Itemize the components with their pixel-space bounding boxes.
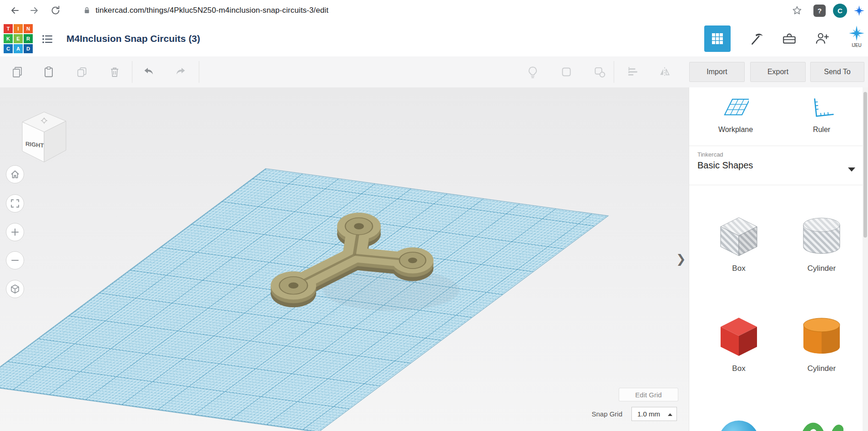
zoom-in-button[interactable] [6, 223, 24, 241]
logo-tile: I [14, 24, 23, 33]
orange-cylinder-icon [800, 314, 843, 358]
fit-view-icon [10, 198, 20, 209]
blocks-editor-button[interactable] [743, 25, 770, 52]
green-scribble-icon [800, 420, 843, 431]
design-properties-button[interactable] [40, 32, 55, 46]
toolbar-separator [132, 61, 132, 83]
show-hide-button[interactable] [525, 64, 540, 80]
logo-tile: D [24, 44, 33, 53]
browser-forward-button[interactable] [27, 3, 42, 18]
panel-collapse-chevron[interactable]: ❯ [676, 252, 686, 266]
ruler-icon [808, 96, 835, 121]
panel-divider [689, 146, 868, 146]
paste-button[interactable] [41, 64, 56, 80]
ruler-tool-label: Ruler [790, 126, 853, 134]
shape-tile-orange-cylinder[interactable]: Cylinder [794, 314, 849, 373]
panel-scrollbar-thumb[interactable] [863, 92, 867, 238]
browser-back-button[interactable] [7, 3, 22, 18]
action-toolbar: Import Export Send To [0, 56, 868, 88]
library-dropdown-caret[interactable] [848, 167, 855, 172]
red-box-icon [717, 314, 761, 358]
ruler-tool[interactable]: Ruler [790, 96, 853, 134]
home-view-button[interactable] [6, 165, 24, 183]
lightbulb-icon [526, 65, 540, 79]
toolbox-icon [782, 31, 797, 46]
group-button[interactable] [559, 64, 574, 80]
delete-button[interactable] [107, 64, 122, 80]
url-bar[interactable]: tinkercad.com/things/4Pkluc5N250-m4inclu… [96, 6, 328, 15]
copy-button[interactable] [10, 64, 25, 80]
profile-avatar[interactable]: C [833, 4, 847, 18]
tinkercad-app: tinkercad.com/things/4Pkluc5N250-m4inclu… [0, 0, 868, 431]
zoom-out-button[interactable] [6, 251, 24, 269]
forward-arrow-icon [28, 4, 41, 17]
model-snap-circuit-part[interactable] [246, 197, 459, 333]
logo-tile: A [14, 44, 23, 53]
redo-button[interactable] [173, 64, 188, 80]
workplane-tool-label: Workplane [704, 126, 767, 134]
url-lock-icon[interactable] [82, 5, 92, 16]
home-icon [10, 169, 20, 180]
toolbar-separator [614, 61, 614, 83]
snap-grid-caret-icon [668, 413, 672, 416]
library-kicker: Tinkercad [697, 151, 723, 158]
edit-grid-button[interactable]: Edit Grid [619, 388, 678, 401]
minus-icon [10, 255, 20, 266]
logo-tile: R [24, 34, 33, 43]
panel-divider [689, 185, 868, 185]
align-button[interactable] [625, 64, 640, 80]
send-to-button[interactable]: Send To [810, 62, 864, 82]
logo-tile: E [14, 34, 23, 43]
person-plus-icon [814, 31, 830, 46]
fit-view-button[interactable] [6, 194, 24, 213]
undo-button[interactable] [141, 64, 156, 80]
bookmark-star-button[interactable] [790, 3, 804, 18]
export-button[interactable]: Export [750, 62, 806, 82]
snap-grid-value: 1.0 mm [637, 410, 660, 418]
share-invite-button[interactable] [809, 25, 835, 52]
hole-cylinder-icon [800, 214, 843, 258]
dashboard-tiles-button[interactable] [704, 25, 731, 52]
redo-icon [174, 66, 187, 78]
logo-tile: T [4, 24, 13, 33]
shape-tile-hole-box[interactable]: Box [712, 214, 766, 273]
tinkercad-logo[interactable]: T I N K E R C A D [4, 24, 33, 53]
partner-star-icon [848, 25, 865, 42]
workplane-icon [722, 96, 749, 121]
ungroup-icon [593, 65, 606, 79]
import-button[interactable]: Import [689, 62, 745, 82]
workplane-tool[interactable]: Workplane [704, 96, 767, 134]
partner-label: IJEU [845, 43, 868, 48]
3d-canvas[interactable]: RIGHT ❯ Edit G [0, 87, 689, 431]
help-button[interactable]: ? [813, 5, 826, 17]
view-cube[interactable]: RIGHT [16, 106, 72, 166]
shape-tile-hole-cylinder[interactable]: Cylinder [794, 214, 849, 273]
align-icon [626, 65, 639, 79]
shapes-panel: Workplane Ruler Tinkercad Basic Shapes [689, 87, 868, 431]
partner-logo[interactable]: IJEU [845, 25, 868, 53]
browser-reload-button[interactable] [48, 3, 63, 18]
classes-toolbox-button[interactable] [776, 25, 802, 52]
mirror-button[interactable] [657, 64, 672, 80]
extension-button[interactable] [852, 3, 866, 18]
ungroup-button[interactable] [592, 64, 607, 80]
library-name: Basic Shapes [697, 160, 753, 171]
perspective-toggle-button[interactable] [6, 280, 24, 298]
logo-tile: K [4, 34, 13, 43]
reload-icon [50, 5, 61, 16]
design-title[interactable]: M4Inclusion Snap Circuits (3) [66, 21, 200, 56]
duplicate-button[interactable] [74, 64, 90, 80]
back-arrow-icon [8, 4, 21, 17]
trash-icon [108, 66, 121, 78]
app-header: T I N K E R C A D M4Inclusion Snap Circu… [0, 21, 868, 57]
perspective-cube-icon [10, 284, 20, 294]
panel-scrollbar-track[interactable] [863, 87, 868, 431]
tiles-grid-icon [711, 32, 724, 45]
shape-tile-red-box[interactable]: Box [712, 314, 766, 373]
shape-tile-sphere[interactable] [712, 418, 766, 431]
blue-starburst-icon [853, 5, 865, 17]
list-icon [41, 33, 54, 46]
snap-grid-select[interactable]: 1.0 mm [631, 407, 677, 421]
shape-tile-scribble[interactable] [794, 420, 849, 431]
shape-label: Cylinder [794, 264, 849, 273]
